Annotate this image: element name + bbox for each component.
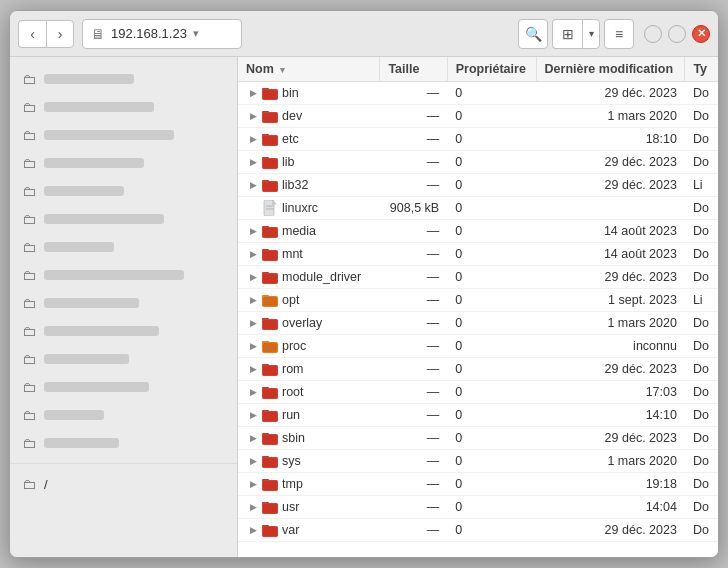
row-expander-6[interactable]: ▶ (246, 224, 260, 238)
maximize-button[interactable]: □ (668, 25, 686, 43)
table-row[interactable]: ▶var—029 déc. 2023Do (238, 519, 718, 542)
row-expander-11[interactable]: ▶ (246, 339, 260, 353)
row-expander-15[interactable]: ▶ (246, 431, 260, 445)
row-expander-14[interactable]: ▶ (246, 408, 260, 422)
cell-type-12: Do (685, 358, 718, 381)
row-expander-0[interactable]: ▶ (246, 86, 260, 100)
svg-rect-30 (263, 251, 277, 260)
sidebar-label-5 (44, 214, 164, 224)
sidebar-item-8[interactable]: 🗀 (10, 289, 237, 317)
sidebar-item-0[interactable]: 🗀 (10, 65, 237, 93)
table-row[interactable]: ▶module_driver—029 déc. 2023Do (238, 266, 718, 289)
table-row[interactable]: ▶dev—01 mars 2020Do (238, 105, 718, 128)
cell-size-14: — (380, 404, 447, 427)
back-button[interactable]: ‹ (18, 20, 46, 48)
sidebar-item-6[interactable]: 🗀 (10, 233, 237, 261)
sidebar-item-3[interactable]: 🗀 (10, 149, 237, 177)
table-row[interactable]: ▶lib—029 déc. 2023Do (238, 151, 718, 174)
sidebar-item-5[interactable]: 🗀 (10, 205, 237, 233)
table-row[interactable]: ▶media—014 août 2023Do (238, 220, 718, 243)
cell-owner-14: 0 (447, 404, 536, 427)
minimize-button[interactable]: — (644, 25, 662, 43)
location-dropdown-icon[interactable]: ▾ (193, 27, 199, 40)
nav-group: ‹ › (18, 20, 74, 48)
sidebar-item-11[interactable]: 🗀 (10, 373, 237, 401)
row-expander-7[interactable]: ▶ (246, 247, 260, 261)
row-expander-10[interactable]: ▶ (246, 316, 260, 330)
search-button[interactable]: 🔍 (518, 19, 548, 49)
col-header-name[interactable]: Nom ▾ (238, 57, 380, 82)
file-icon-9 (262, 292, 278, 308)
table-row[interactable]: ▶overlay—01 mars 2020Do (238, 312, 718, 335)
sidebar-item-7[interactable]: 🗀 (10, 261, 237, 289)
table-row[interactable]: linuxrc908,5 kB0Do (238, 197, 718, 220)
col-header-type: Ty (685, 57, 718, 82)
filename-4: lib32 (282, 178, 308, 192)
cell-owner-18: 0 (447, 496, 536, 519)
sidebar-item-1[interactable]: 🗀 (10, 93, 237, 121)
table-row[interactable]: ▶bin—029 déc. 2023Do (238, 82, 718, 105)
row-expander-3[interactable]: ▶ (246, 155, 260, 169)
table-row[interactable]: ▶opt—01 sept. 2023Li (238, 289, 718, 312)
col-header-owner[interactable]: Propriétaire (447, 57, 536, 82)
sidebar-item-4[interactable]: 🗀 (10, 177, 237, 205)
sidebar-item-2[interactable]: 🗀 (10, 121, 237, 149)
file-icon-14 (262, 407, 278, 423)
forward-button[interactable]: › (46, 20, 74, 48)
location-bar[interactable]: 🖥 192.168.1.23 ▾ (82, 19, 242, 49)
cell-size-0: — (380, 82, 447, 105)
row-expander-9[interactable]: ▶ (246, 293, 260, 307)
row-expander-4[interactable]: ▶ (246, 178, 260, 192)
row-expander-2[interactable]: ▶ (246, 132, 260, 146)
file-table: Nom ▾ Taille Propriétaire Dernière modif… (238, 57, 718, 542)
table-row[interactable]: ▶sys—01 mars 2020Do (238, 450, 718, 473)
sidebar-root[interactable]: 🗀 / (10, 470, 237, 498)
table-row[interactable]: ▶rom—029 déc. 2023Do (238, 358, 718, 381)
cell-size-11: — (380, 335, 447, 358)
table-row[interactable]: ▶etc—018:10Do (238, 128, 718, 151)
row-expander-17[interactable]: ▶ (246, 477, 260, 491)
cell-type-5: Do (685, 197, 718, 220)
file-scroll[interactable]: Nom ▾ Taille Propriétaire Dernière modif… (238, 57, 718, 557)
file-icon-19 (262, 522, 278, 538)
table-row[interactable]: ▶tmp—019:18Do (238, 473, 718, 496)
row-expander-19[interactable]: ▶ (246, 523, 260, 537)
row-expander-16[interactable]: ▶ (246, 454, 260, 468)
cell-type-4: Li (685, 174, 718, 197)
svg-rect-34 (263, 274, 277, 283)
table-row[interactable]: ▶proc—0inconnuDo (238, 335, 718, 358)
table-row[interactable]: ▶usr—014:04Do (238, 496, 718, 519)
cell-owner-5: 0 (447, 197, 536, 220)
row-expander-13[interactable]: ▶ (246, 385, 260, 399)
cell-type-1: Do (685, 105, 718, 128)
cell-size-8: — (380, 266, 447, 289)
svg-rect-37 (263, 297, 277, 306)
sidebar-item-10[interactable]: 🗀 (10, 345, 237, 373)
cell-size-2: — (380, 128, 447, 151)
cell-type-18: Do (685, 496, 718, 519)
filename-13: root (282, 385, 304, 399)
svg-rect-19 (263, 182, 277, 191)
table-row[interactable]: ▶lib32—029 déc. 2023Li (238, 174, 718, 197)
table-row[interactable]: ▶sbin—029 déc. 2023Do (238, 427, 718, 450)
row-expander-18[interactable]: ▶ (246, 500, 260, 514)
col-header-modified[interactable]: Dernière modification (536, 57, 685, 82)
table-row[interactable]: ▶mnt—014 août 2023Do (238, 243, 718, 266)
grid-view-button[interactable]: ⊞ (552, 19, 582, 49)
col-header-size[interactable]: Taille (380, 57, 447, 82)
sidebar-item-13[interactable]: 🗀 (10, 429, 237, 457)
menu-button[interactable]: ≡ (604, 19, 634, 49)
row-expander-12[interactable]: ▶ (246, 362, 260, 376)
table-row[interactable]: ▶run—014:10Do (238, 404, 718, 427)
row-expander-1[interactable]: ▶ (246, 109, 260, 123)
view-options-button[interactable]: ▾ (582, 19, 600, 49)
filename-16: sys (282, 454, 301, 468)
sidebar-item-12[interactable]: 🗀 (10, 401, 237, 429)
row-expander-8[interactable]: ▶ (246, 270, 260, 284)
file-icon-15 (262, 430, 278, 446)
sidebar-item-9[interactable]: 🗀 (10, 317, 237, 345)
close-button[interactable]: ✕ (692, 25, 710, 43)
cell-type-0: Do (685, 82, 718, 105)
table-row[interactable]: ▶root—017:03Do (238, 381, 718, 404)
row-expander-5[interactable] (246, 201, 260, 215)
